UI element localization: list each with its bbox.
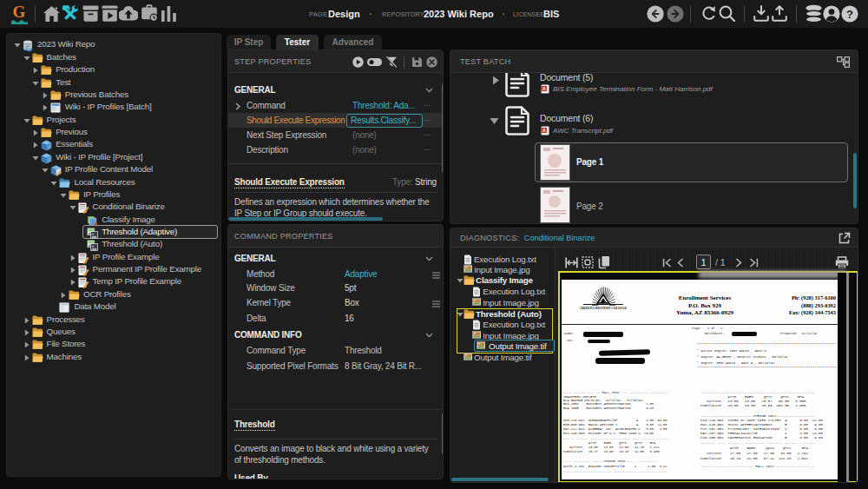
- svg-text:A: A: [542, 86, 546, 91]
- svg-text:A: A: [542, 128, 546, 133]
- svg-text:?: ?: [846, 8, 853, 21]
- svg-text:ARIZONA WESTERN COLLEGE: ARIZONA WESTERN COLLEGE: [580, 307, 628, 310]
